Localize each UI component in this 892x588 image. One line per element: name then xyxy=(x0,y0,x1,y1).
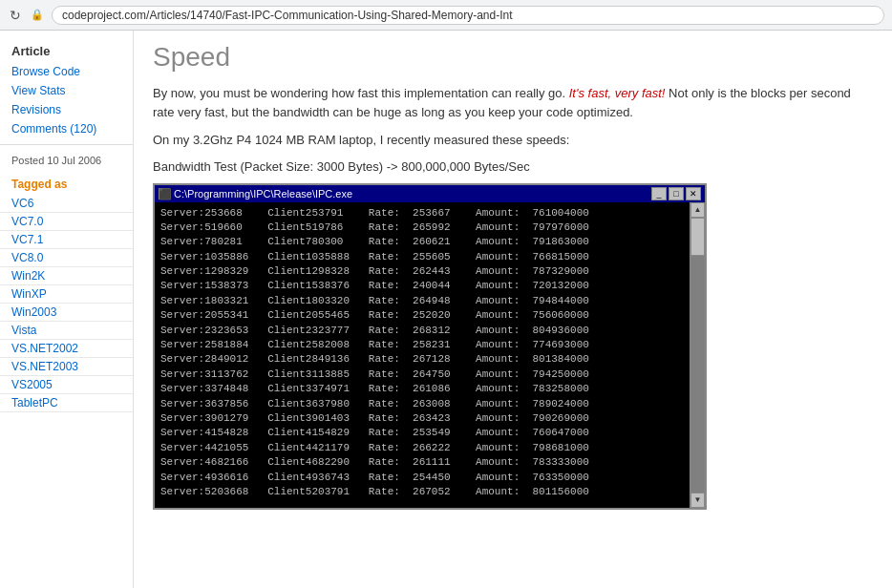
tag-vista[interactable]: Vista xyxy=(0,322,133,340)
console-line-9: Server:2581884 Client2582008 Rate: 25823… xyxy=(160,338,686,352)
console-scroll-up[interactable]: ▲ xyxy=(690,202,705,218)
console-line-0: Server:253668 Client253791 Rate: 253667 … xyxy=(160,206,686,220)
tag-vc6[interactable]: VC6 xyxy=(0,195,133,213)
bandwidth-text: Bandwidth Test (Packet Size: 3000 Bytes)… xyxy=(153,159,873,174)
console-minimize-btn[interactable]: _ xyxy=(651,187,667,200)
console-line-14: Server:3901279 Client3901403 Rate: 26342… xyxy=(160,411,686,426)
tag-vc71[interactable]: VC7.1 xyxy=(0,231,133,249)
console-scroll-track xyxy=(690,218,705,493)
main-content: Speed By now, you must be wondering how … xyxy=(134,31,892,588)
intro-paragraph: By now, you must be wondering how fast t… xyxy=(153,84,873,121)
speed-highlight: It's fast, very fast! xyxy=(569,86,666,100)
tag-tabletpc[interactable]: TabletPC xyxy=(0,394,133,412)
console-line-6: Server:1803321 Client1803320 Rate: 26494… xyxy=(160,294,686,308)
sidebar-divider xyxy=(0,144,133,145)
console-title-icon: ⬛ xyxy=(159,188,170,200)
tag-vsnet2003[interactable]: VS.NET2003 xyxy=(0,358,133,376)
posted-info: Posted 10 Jul 2006 xyxy=(0,151,133,170)
console-line-8: Server:2323653 Client2323777 Rate: 26831… xyxy=(160,324,686,338)
address-bar[interactable]: codeproject.com/Articles/14740/Fast-IPC-… xyxy=(52,6,884,25)
console-scroll-thumb[interactable] xyxy=(690,218,705,256)
sidebar-link-browse-code[interactable]: Browse Code xyxy=(0,62,133,81)
page-heading: Speed xyxy=(153,42,873,73)
console-line-4: Server:1298329 Client1298328 Rate: 26244… xyxy=(160,264,686,279)
console-titlebar-buttons: _ □ ✕ xyxy=(651,187,701,200)
tag-win2003[interactable]: Win2003 xyxy=(0,304,133,322)
console-line-18: Server:4936616 Client4936743 Rate: 25445… xyxy=(160,471,686,485)
browser-bar: ↻ 🔒 codeproject.com/Articles/14740/Fast-… xyxy=(0,0,892,31)
page-layout: Article Browse Code View Stats Revisions… xyxy=(0,31,892,588)
console-line-2: Server:780281 Client780300 Rate: 260621 … xyxy=(160,235,686,249)
console-line-1: Server:519660 Client519786 Rate: 265992 … xyxy=(160,220,686,235)
console-line-5: Server:1538373 Client1538376 Rate: 24004… xyxy=(160,279,686,293)
tag-vc80[interactable]: VC8.0 xyxy=(0,249,133,267)
console-line-3: Server:1035886 Client1035888 Rate: 25560… xyxy=(160,250,686,264)
console-body: Server:253668 Client253791 Rate: 253667 … xyxy=(155,202,705,508)
console-titlebar: ⬛ C:\Programming\IPC\Release\IPC.exe _ □… xyxy=(155,185,705,202)
console-line-17: Server:4682166 Client4682290 Rate: 26111… xyxy=(160,455,686,470)
console-line-12: Server:3374848 Client3374971 Rate: 26108… xyxy=(160,382,686,396)
console-line-19: Server:5203668 Client5203791 Rate: 26705… xyxy=(160,485,686,499)
console-line-16: Server:4421055 Client4421179 Rate: 26622… xyxy=(160,441,686,455)
console-close-btn[interactable]: ✕ xyxy=(686,187,701,200)
tag-vc70[interactable]: VC7.0 xyxy=(0,213,133,231)
sidebar: Article Browse Code View Stats Revisions… xyxy=(0,31,134,588)
console-body-wrapper: Server:253668 Client253791 Rate: 253667 … xyxy=(155,202,705,508)
tagged-as-title: Tagged as xyxy=(0,170,133,195)
console-line-7: Server:2055341 Client2055465 Rate: 25202… xyxy=(160,308,686,323)
tag-win2k[interactable]: Win2K xyxy=(0,267,133,285)
sidebar-link-view-stats[interactable]: View Stats xyxy=(0,81,133,100)
console-titlebar-left: ⬛ C:\Programming\IPC\Release\IPC.exe xyxy=(159,188,352,200)
console-line-10: Server:2849012 Client2849136 Rate: 26712… xyxy=(160,352,686,367)
console-window: ⬛ C:\Programming\IPC\Release\IPC.exe _ □… xyxy=(153,183,707,510)
console-scroll-down[interactable]: ▼ xyxy=(690,493,705,508)
console-line-15: Server:4154828 Client4154829 Rate: 25354… xyxy=(160,426,686,440)
sidebar-link-revisions[interactable]: Revisions xyxy=(0,100,133,119)
console-line-11: Server:3113762 Client3113885 Rate: 26475… xyxy=(160,368,686,382)
console-title-text: C:\Programming\IPC\Release\IPC.exe xyxy=(174,188,352,200)
sidebar-section-title: Article xyxy=(0,38,133,62)
console-restore-btn[interactable]: □ xyxy=(669,187,684,200)
tag-vs2005[interactable]: VS2005 xyxy=(0,376,133,394)
reload-icon[interactable]: ↻ xyxy=(8,8,23,23)
tag-winxp[interactable]: WinXP xyxy=(0,285,133,304)
tag-vsnet2002[interactable]: VS.NET2002 xyxy=(0,340,133,358)
console-scrollbar[interactable]: ▲ ▼ xyxy=(690,202,705,508)
lock-icon: 🔒 xyxy=(31,9,44,21)
measure-text: On my 3.2Ghz P4 1024 MB RAM laptop, I re… xyxy=(153,131,873,150)
sidebar-link-comments[interactable]: Comments (120) xyxy=(0,119,133,138)
console-line-13: Server:3637856 Client3637980 Rate: 26300… xyxy=(160,397,686,411)
